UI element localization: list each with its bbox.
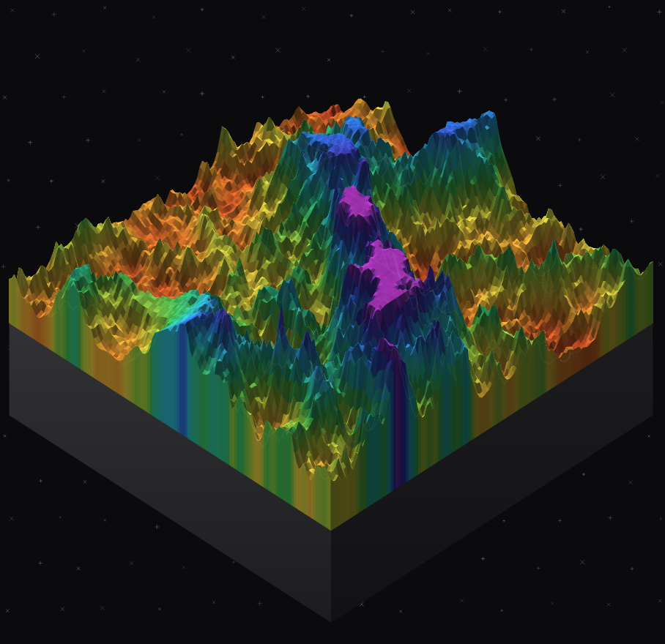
terrain-render-canvas[interactable] xyxy=(0,0,665,644)
scene-viewport xyxy=(0,0,665,644)
